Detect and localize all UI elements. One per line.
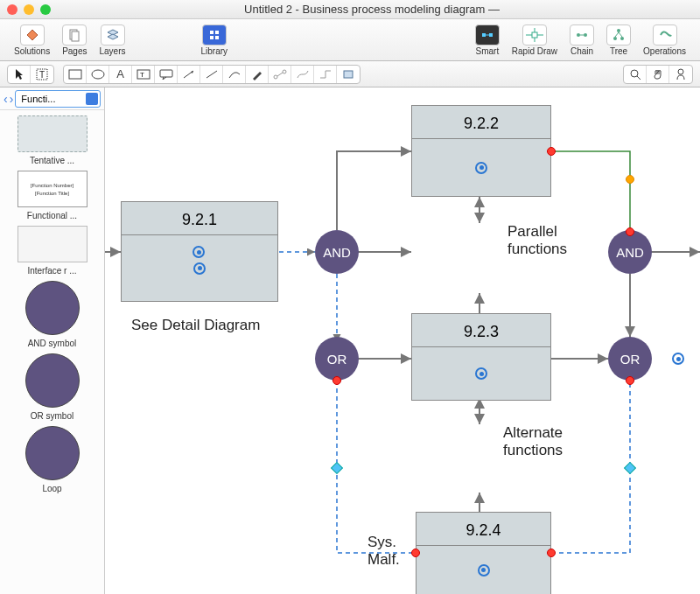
svg-line-36 [277,73,283,76]
svg-point-34 [274,75,277,79]
window-controls[interactable] [7,4,51,15]
svg-point-21 [613,37,617,40]
library-sidebar: ‹ › Functi... Tentative ... [Function Nu… [0,87,105,594]
pages-button[interactable]: Pages [57,23,92,58]
text-tool[interactable]: T [31,66,53,83]
conn-point[interactable] [626,175,634,184]
svg-text:T: T [140,71,144,79]
node-924[interactable]: 9.2.4 [416,512,551,594]
connector-tool[interactable] [269,66,291,83]
arrow-tool[interactable] [178,66,200,83]
conn-point[interactable] [626,227,634,236]
shape-label: AND symbol [28,339,77,348]
svg-point-40 [678,69,683,74]
operations-button[interactable]: Operations [638,23,691,58]
tree-button[interactable]: Tree [601,23,636,58]
svg-rect-10 [489,33,493,37]
svg-point-35 [283,70,286,73]
elbow-tool[interactable] [314,66,337,83]
zoom-icon[interactable] [40,4,51,15]
stamp-tool[interactable] [337,66,360,83]
curve-tool[interactable] [223,66,246,83]
svg-point-28 [92,70,104,79]
shape-toolbar: T A T [0,61,700,87]
chain-button[interactable]: Chain [564,23,599,58]
shape-label: Loop [42,484,61,493]
layers-label: Layers [100,46,126,56]
close-icon[interactable] [7,4,18,15]
nav-fwd-icon[interactable]: › [10,92,14,106]
anchor-icon [475,367,487,380]
node-header: 9.2.4 [416,513,550,546]
node-header: 9.2.3 [412,314,550,347]
minimize-icon[interactable] [24,4,34,15]
chain-label: Chain [570,46,593,56]
svg-rect-12 [532,32,537,38]
conn-point[interactable] [626,376,634,385]
shape-tentative[interactable]: Tentative ... [5,115,99,165]
rect-tool[interactable] [64,66,87,83]
solutions-button[interactable]: Solutions [9,23,55,58]
anchor-icon [192,246,205,258]
svg-rect-37 [344,71,353,78]
diagram-canvas[interactable]: 9.2.1 9.2.2 9.2.3 9.2.4 AND AND OR OR Se… [105,87,700,594]
conn-point[interactable] [331,462,343,474]
rapiddraw-label: Rapid Draw [512,46,557,56]
chain-icon [575,28,589,42]
conn-point[interactable] [332,376,341,385]
conn-point[interactable] [547,147,556,156]
textbox-tool[interactable]: T [132,66,155,83]
svg-rect-5 [210,31,214,34]
svg-rect-8 [215,36,219,39]
operations-icon [658,28,672,42]
node-header: 9.2.2 [412,106,550,139]
solutions-label: Solutions [14,46,50,56]
label-parallel: Parallel functions [508,223,567,258]
tree-icon [612,28,626,42]
label-alternate: Alternate functions [503,424,563,459]
op-or-2[interactable]: OR [608,337,652,381]
svg-line-24 [619,32,622,37]
op-or-1[interactable]: OR [315,337,359,381]
zoom-tool[interactable] [624,66,647,83]
conn-point[interactable] [547,549,556,557]
op-and-2[interactable]: AND [608,230,652,274]
shape-interface[interactable]: Interface r ... [5,226,99,276]
hand-tool[interactable] [647,66,669,83]
smart-button[interactable]: Smart [470,23,505,58]
op-and-1[interactable]: AND [315,230,359,274]
conn-point[interactable] [624,462,636,474]
shape-loop[interactable]: Loop [5,426,99,493]
anchor-icon [478,564,490,577]
pages-icon [67,28,81,42]
library-selector-label: Functi... [21,94,55,104]
plaintext-tool[interactable]: A [109,66,132,83]
main-toolbar: Solutions Pages Layers Library Smart Rap… [0,19,700,61]
svg-rect-2 [72,31,79,41]
callout-tool[interactable] [155,66,178,83]
svg-point-18 [584,33,587,37]
node-922[interactable]: 9.2.2 [411,105,551,197]
node-header: 9.2.1 [122,202,277,235]
layers-button[interactable]: Layers [94,23,131,58]
line-tool[interactable] [200,66,223,83]
anchor-icon [193,262,206,275]
library-label: Library [201,46,228,56]
svg-rect-27 [69,70,81,79]
library-selector[interactable]: Functi... [15,90,101,108]
operations-label: Operations [643,46,686,56]
shape-and[interactable]: AND symbol [5,281,99,348]
svg-marker-0 [27,30,38,40]
nav-back-icon[interactable]: ‹ [4,92,8,106]
library-button[interactable]: Library [196,23,234,58]
pen-tool[interactable] [246,66,269,83]
person-tool[interactable] [669,66,692,83]
ellipse-tool[interactable] [87,66,109,83]
conn-point[interactable] [411,549,420,557]
shape-functional[interactable]: [Function Number][Function Title]Functio… [5,171,99,220]
rapiddraw-button[interactable]: Rapid Draw [507,23,563,58]
pointer-tool[interactable] [8,66,31,83]
spline-tool[interactable] [291,66,314,83]
shape-or[interactable]: OR symbol [5,353,99,421]
node-923[interactable]: 9.2.3 [411,313,551,401]
